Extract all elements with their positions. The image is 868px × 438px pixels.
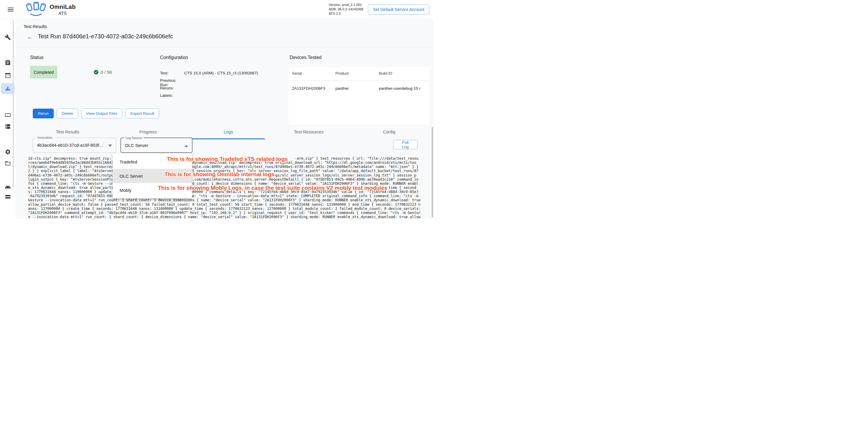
set-default-service-account-button[interactable]: Set Default Service Account — [368, 4, 429, 14]
log-line: Gesture --invocation-data mtt=1" run_cou… — [28, 198, 430, 202]
tab-config[interactable]: Config — [349, 126, 429, 137]
tab-progress[interactable]: Progress — [108, 126, 188, 137]
version-line: ADB: 36.0.2-14143358 — [329, 7, 363, 11]
export-result-button[interactable]: Export Result — [125, 108, 159, 118]
top-app-bar: OmniLab ATS Version: prod_2.1.001ADB: 36… — [0, 0, 434, 19]
devices-column-header: Product — [335, 71, 349, 75]
config-label: Labels: — [160, 93, 184, 98]
devices-tested-heading: Devices Tested — [290, 55, 321, 60]
config-row: Labels: — [160, 93, 184, 98]
chevron-down-icon — [108, 145, 112, 147]
log-line: e --invocation-data mtt=1" run_count: 1 … — [28, 215, 430, 219]
annotation-mobly: This is for showing Mobly Logs, in case … — [158, 185, 388, 191]
log-line: l/dynamic_download.zip" } test_resources… — [28, 165, 430, 169]
invocation-label: Invocation — [36, 136, 54, 139]
annotation-tradefed: This is for showing Tradefed xTS related… — [167, 156, 288, 162]
config-row: Test:CTS 15.0 (ARM) - CTS 15_r3 (1309288… — [160, 71, 258, 75]
menu-icon[interactable] — [8, 7, 13, 11]
brand-subtitle: ATS — [58, 11, 67, 15]
divider — [16, 47, 430, 48]
devices-table-header: SerialProductBuild ID — [289, 67, 430, 81]
nav-health-monitor-icon[interactable] — [0, 191, 16, 202]
log-source-value: OLC Server — [125, 143, 148, 148]
config-value: CTS 15.0 (ARM) - CTS 15_r3 (13092887) — [184, 71, 258, 75]
log-line: -0a79235393db" request_id: "07dd7853-09c… — [28, 194, 430, 198]
devices-table: SerialProductBuild ID 2A131FDH2006F3pant… — [289, 67, 430, 125]
config-label: Test: — [160, 71, 184, 75]
configuration-heading: Configuration — [160, 55, 188, 60]
view-output-files-button[interactable]: View Output Files — [81, 108, 123, 118]
rerun-button[interactable]: Rerun — [33, 108, 54, 118]
delete-button[interactable]: Delete — [57, 108, 78, 118]
devices-column-header: Build ID — [379, 71, 392, 75]
config-label: Reruns: — [160, 86, 184, 90]
status-badge: Completed — [30, 66, 57, 79]
tab-test-resources[interactable]: Test Resources — [269, 126, 349, 137]
failed-total-count: 0 / 58 — [101, 70, 112, 75]
chevron-up-icon — [185, 145, 188, 147]
breadcrumb: Test Results — [24, 24, 47, 29]
log-source-select[interactable]: Log Source OLC Server — [120, 137, 192, 153]
tab-bar: Test ResultsProgressLogsTest ResourcesCo… — [27, 126, 429, 137]
brand-block: OmniLab ATS — [50, 4, 75, 15]
log-line: anos: 127000000 } create_time { seconds:… — [28, 207, 430, 211]
table-cell: panther — [335, 86, 349, 91]
log-line: lugin_output { key: "AtsServerSessionPlu… — [28, 177, 430, 182]
omnilab-logo-icon — [24, 1, 49, 18]
config-row: Reruns: — [160, 86, 184, 90]
page-scrollbar[interactable] — [432, 127, 433, 217]
back-arrow-icon[interactable]: ← — [26, 33, 34, 41]
status-heading: Status — [30, 55, 43, 60]
invocation-value: 4b3acd44-eb10-37cd-a16f-803f… — [37, 143, 103, 148]
version-line: Version: prod_2.1.001 — [329, 3, 363, 7]
version-line: ATS 2.0 — [329, 11, 363, 16]
tab-logs[interactable]: Logs — [188, 126, 268, 137]
app-window: OmniLab ATS Version: prod_2.1.001ADB: 36… — [0, 0, 434, 219]
log-source-label: Log Source — [124, 136, 144, 139]
annotation-olc: This is for showing Omnilab internal log… — [164, 171, 275, 178]
main-content: Test Results ← Test Run 87d406e1-e730-40… — [16, 19, 434, 219]
brand-name: OmniLab — [50, 4, 75, 10]
sidenav-scrollbar[interactable] — [13, 20, 14, 187]
version-info: Version: prod_2.1.001ADB: 36.0.2-1414335… — [329, 3, 363, 16]
log-line: "2A131FDH2006F3" command_attempt_id: "4b… — [28, 211, 430, 215]
log-line: allow_partial_device_match: false } pass… — [28, 202, 430, 207]
table-cell: panther-userdebug 15 r — [379, 86, 421, 91]
invocation-select[interactable]: Invocation 4b3acd44-eb10-37cd-a16f-803f… — [33, 137, 116, 153]
check-circle-icon — [94, 70, 99, 75]
devices-column-header: Serial — [292, 71, 302, 75]
side-nav — [0, 19, 16, 219]
page-title: Test Run 87d406e1-e730-4072-a03c-249c6b6… — [38, 33, 173, 40]
full-log-button[interactable]: Full Log — [393, 140, 417, 149]
action-buttons: Rerun Delete View Output Files Export Re… — [33, 108, 159, 118]
table-cell: 2A131FDH2006F3 — [292, 86, 326, 91]
failed-total-count-block: 0 / 58 — [94, 70, 112, 75]
table-row[interactable]: 2A131FDH2006F3pantherpanther-userdebug 1… — [289, 81, 430, 96]
